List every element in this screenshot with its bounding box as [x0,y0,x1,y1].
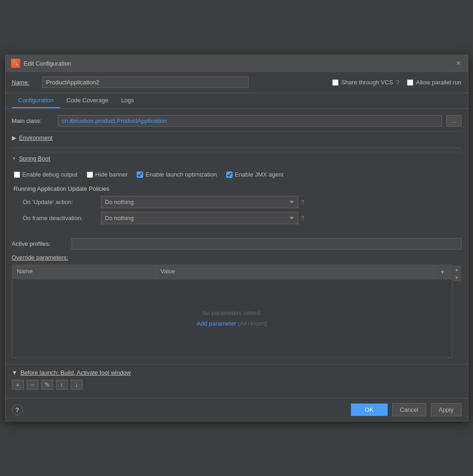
params-table-header: Name Value + [12,265,452,279]
enable-jmx-option[interactable]: Enable JMX agent [226,171,284,178]
edit-configuration-dialog: 🔧 Edit Configuration × Name: Share throu… [5,55,468,421]
params-table: Name Value + No parameters added. Add pa… [12,265,452,358]
on-update-dropdown-wrap: Do nothing Hot swap classes Restart serv… [101,196,305,208]
scroll-up-btn[interactable]: ▲ [453,266,461,273]
close-button[interactable]: × [455,60,462,67]
active-profiles-row: Active profiles: [12,238,462,249]
params-table-body: No parameters added. Add parameter (Alt+… [12,279,452,357]
bottom-right: OK Cancel Apply [351,403,462,416]
enable-jmx-checkbox[interactable] [226,172,233,178]
scrollbar-side: ▲ ▼ [452,265,462,358]
enable-debug-option[interactable]: Enable debug output [14,171,78,178]
name-label: Name: [12,79,35,86]
on-update-help-icon[interactable]: ? [301,199,305,206]
tab-logs[interactable]: Logs [115,93,140,108]
share-vcs-help-icon[interactable]: ? [396,79,400,86]
tab-configuration[interactable]: Configuration [12,93,60,108]
help-button[interactable]: ? [12,404,23,415]
name-col-header: Name [12,265,156,279]
on-frame-help-icon[interactable]: ? [301,215,305,222]
content-area: Main class: ... ▶ Environment ▼ Spring B… [6,109,468,364]
down-tool-btn[interactable]: ↓ [71,380,83,390]
tab-code-coverage[interactable]: Code Coverage [60,93,115,108]
environment-arrow-icon: ▶ [12,134,17,141]
share-vcs-checkbox[interactable] [332,79,339,86]
title-bar: 🔧 Edit Configuration × [6,55,468,72]
enable-launch-option[interactable]: Enable launch optimization [137,171,217,178]
on-frame-dropdown-wrap: Do nothing Hot swap classes Restart serv… [101,212,305,224]
no-params-text: No parameters added. [202,310,262,316]
dialog-title: Edit Configuration [24,60,71,67]
main-class-row: Main class: ... [12,115,462,127]
share-vcs-group[interactable]: Share through VCS ? [332,79,400,86]
enable-launch-label: Enable launch optimization [145,171,217,178]
enable-launch-checkbox[interactable] [137,172,143,178]
hide-banner-option[interactable]: Hide banner [87,171,128,178]
enable-debug-label: Enable debug output [22,171,78,178]
scroll-down-btn[interactable]: ▼ [453,274,461,281]
value-col-header: Value [156,265,434,279]
before-launch-section: ▼ Before launch: Build, Activate tool wi… [6,364,468,398]
ok-button[interactable]: OK [351,404,388,416]
spring-boot-section-header[interactable]: ▼ Spring Boot [12,152,462,165]
apply-button[interactable]: Apply [431,403,462,416]
on-frame-dropdown[interactable]: Do nothing Hot swap classes Restart serv… [101,212,298,224]
name-row: Name: Share through VCS ? Allow parallel… [6,72,468,93]
spring-boot-arrow-icon: ▼ [12,156,17,161]
add-param-button[interactable]: + [434,265,452,279]
add-tool-btn[interactable]: + [12,380,24,390]
title-bar-left: 🔧 Edit Configuration [11,59,71,68]
override-params-label: Override parameters: [12,254,462,261]
before-launch-toolbar: + − ✎ ↑ ↓ [12,376,462,393]
browse-button[interactable]: ... [446,115,462,127]
edit-tool-btn[interactable]: ✎ [41,380,53,390]
allow-parallel-group[interactable]: Allow parallel run [407,79,462,86]
cancel-button[interactable]: Cancel [392,403,426,416]
main-class-label: Main class: [12,117,53,124]
hide-banner-label: Hide banner [95,171,128,178]
bottom-bar: ? OK Cancel Apply [6,398,468,421]
up-tool-btn[interactable]: ↑ [56,380,68,390]
bottom-left: ? [12,404,23,415]
allow-parallel-checkbox[interactable] [407,79,413,86]
before-launch-title: Before launch: Build, Activate tool wind… [20,369,131,376]
active-profiles-label: Active profiles: [12,240,67,247]
hide-banner-checkbox[interactable] [87,172,93,178]
on-frame-label: On frame deactivation: [23,215,96,221]
on-update-dropdown[interactable]: Do nothing Hot swap classes Restart serv… [101,196,298,208]
header-checkboxes: Share through VCS ? Allow parallel run [332,79,462,86]
enable-debug-checkbox[interactable] [14,172,20,178]
tabs-row: Configuration Code Coverage Logs [6,93,468,109]
name-input[interactable] [42,77,249,88]
app-icon: 🔧 [11,59,20,68]
remove-tool-btn[interactable]: − [27,380,39,390]
spring-boot-label: Spring Boot [19,155,50,162]
enable-jmx-label: Enable JMX agent [235,171,284,178]
update-policies-title: Running Application Update Policies [14,185,460,192]
on-frame-row: On frame deactivation: Do nothing Hot sw… [14,212,460,224]
divider-1 [12,148,462,148]
before-launch-header[interactable]: ▼ Before launch: Build, Activate tool wi… [12,369,462,376]
environment-label: Environment [19,134,53,141]
share-vcs-label: Share through VCS [341,79,393,86]
add-param-link[interactable]: Add parameter (Alt+Insert) [197,320,267,327]
on-update-row: On 'Update' action: Do nothing Hot swap … [14,196,460,208]
active-profiles-input[interactable] [72,238,462,249]
table-wrapper: Name Value + No parameters added. Add pa… [12,265,462,358]
before-launch-arrow-icon: ▼ [12,369,18,376]
update-policies: Running Application Update Policies On '… [14,185,460,224]
main-class-input[interactable] [58,115,442,127]
on-update-label: On 'Update' action: [23,199,96,205]
environment-section[interactable]: ▶ Environment [12,131,462,144]
spring-boot-options: Enable debug output Hide banner Enable l… [12,165,462,232]
override-params-section: Override parameters: Name Value + No par… [12,254,462,358]
allow-parallel-label: Allow parallel run [416,79,462,86]
spring-options-row: Enable debug output Hide banner Enable l… [14,168,460,181]
